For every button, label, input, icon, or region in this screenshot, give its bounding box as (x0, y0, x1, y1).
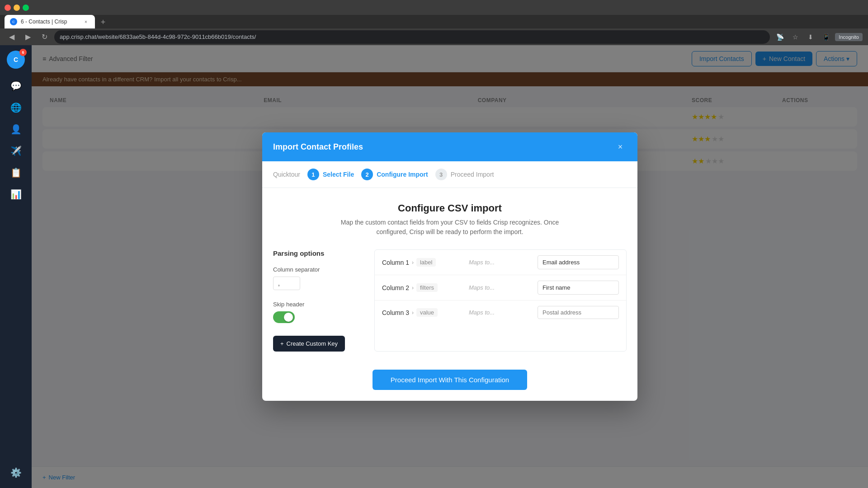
sidebar-item-plugins[interactable]: 📋 (6, 163, 26, 183)
sidebar-item-analytics[interactable]: 📊 (6, 184, 26, 204)
window-controls[interactable] (5, 5, 29, 11)
sidebar-item-campaigns[interactable]: ✈️ (6, 141, 26, 161)
stepper: Quicktour 1 Select File 2 Configure Impo… (262, 161, 637, 188)
window-maximize-button[interactable] (23, 5, 29, 11)
section-desc: Map the custom contact fields from your … (273, 218, 627, 237)
sidebar-item-chat[interactable]: 💬 (6, 76, 26, 96)
create-custom-key-button[interactable]: + Create Custom Key (273, 336, 345, 352)
field-select-1[interactable]: Email address First name Last name Phone… (538, 255, 619, 269)
maps-to-2: Maps to... (469, 284, 532, 291)
browser-titlebar (0, 0, 868, 15)
browser-tab-bar: C 6 - Contacts | Crisp × + (0, 15, 868, 28)
browser-toolbar: ◀ ▶ ↻ app.crisp.chat/website/6833ae5b-84… (0, 28, 868, 45)
main-content: ≡ Advanced Filter Import Contacts + New … (32, 45, 868, 488)
field-select-2[interactable]: First name Email address Last name Phone… (538, 281, 619, 295)
avatar-initials: C (14, 56, 18, 63)
column-separator-input[interactable] (273, 277, 300, 290)
config-layout: Parsing options Column separator Skip he… (273, 249, 627, 352)
step-2-label: Configure Import (377, 171, 428, 178)
sidebar-item-globe[interactable]: 🌐 (6, 98, 26, 117)
skip-header-toggle-row (273, 311, 363, 323)
modal-footer: Proceed Import With This Configuration (262, 362, 637, 401)
tab-close-button[interactable]: × (82, 18, 90, 25)
sidebar: C 6 💬 🌐 👤 ✈️ 📋 📊 ⚙️ (0, 45, 32, 488)
cast-icon[interactable]: 📡 (774, 31, 786, 43)
mapping-row-1: Column 1 › label Maps to... Email addres… (375, 250, 626, 275)
mapping-panel: Column 1 › label Maps to... Email addres… (374, 249, 627, 352)
avatar[interactable]: C 6 (7, 51, 25, 69)
import-modal: Import Contact Profiles × Quicktour 1 Se… (262, 132, 637, 401)
column-1-name: Column 1 › label (382, 258, 463, 267)
sidebar-item-contacts[interactable]: 👤 (6, 119, 26, 139)
create-key-icon: + (280, 340, 284, 347)
column-3-name: Column 3 › value (382, 308, 463, 317)
maps-to-3: Maps to... (469, 309, 532, 316)
create-key-label: Create Custom Key (287, 340, 338, 347)
forward-button[interactable]: ▶ (22, 31, 34, 43)
sidebar-item-settings[interactable]: ⚙️ (6, 463, 26, 483)
field-select-2-wrapper: First name Email address Last name Phone… (538, 281, 619, 295)
step-2-number: 2 (361, 169, 373, 180)
new-tab-button[interactable]: + (97, 16, 109, 28)
back-button[interactable]: ◀ (5, 31, 18, 43)
column-separator-group: Column separator (273, 266, 363, 290)
step-1-label: Select File (323, 171, 354, 178)
app-layout: C 6 💬 🌐 👤 ✈️ 📋 📊 ⚙️ ≡ Advanced Filter Im… (0, 45, 868, 488)
notification-badge: 6 (19, 49, 27, 56)
proceed-button[interactable]: Proceed Import With This Configuration (373, 370, 527, 390)
browser-chrome: C 6 - Contacts | Crisp × + ◀ ▶ ↻ app.cri… (0, 0, 868, 45)
window-minimize-button[interactable] (14, 5, 20, 11)
field-input-3[interactable] (538, 306, 619, 319)
download-icon[interactable]: ⬇ (804, 31, 817, 43)
step-2: 2 Configure Import (361, 169, 428, 180)
mapping-row-3: Column 3 › value Maps to... (375, 300, 626, 324)
section-title: Configure CSV import (273, 202, 627, 214)
modal-title: Import Contact Profiles (273, 142, 363, 152)
skip-header-toggle[interactable] (273, 311, 295, 323)
incognito-badge: Incognito (835, 33, 863, 41)
browser-tab-active[interactable]: C 6 - Contacts | Crisp × (5, 15, 95, 28)
window-close-button[interactable] (5, 5, 11, 11)
tab-favicon: C (10, 18, 17, 25)
quicktour-link[interactable]: Quicktour (273, 171, 300, 178)
left-panel: Parsing options Column separator Skip he… (273, 249, 363, 352)
skip-header-label: Skip header (273, 301, 363, 308)
modal-body: Configure CSV import Map the custom cont… (262, 188, 637, 362)
skip-header-group: Skip header (273, 301, 363, 323)
step-3: 3 Proceed Import (435, 169, 494, 180)
column-2-tag: filters (416, 283, 438, 292)
column-separator-label: Column separator (273, 266, 363, 273)
step-1-number: 1 (307, 169, 319, 180)
parsing-title: Parsing options (273, 249, 363, 257)
toolbar-actions: 📡 ☆ ⬇ 📱 Incognito (774, 31, 863, 43)
arrow-icon: › (412, 285, 414, 291)
toggle-slider[interactable] (273, 311, 295, 323)
column-3-tag: value (416, 308, 438, 317)
step-3-number: 3 (435, 169, 447, 180)
column-1-tag: label (416, 258, 436, 267)
address-bar[interactable]: app.crisp.chat/website/6833ae5b-844d-4c9… (54, 30, 770, 44)
phone-icon[interactable]: 📱 (820, 31, 832, 43)
mapping-row-2: Column 2 › filters Maps to... First name… (375, 275, 626, 300)
step-3-label: Proceed Import (451, 171, 494, 178)
arrow-icon: › (412, 259, 414, 266)
maps-to-1: Maps to... (469, 259, 532, 266)
bookmark-star-icon[interactable]: ☆ (789, 31, 802, 43)
column-2-name: Column 2 › filters (382, 283, 463, 292)
modal-close-button[interactable]: × (614, 141, 627, 153)
tab-title: 6 - Contacts | Crisp (21, 19, 67, 25)
refresh-button[interactable]: ↻ (38, 31, 51, 43)
url-display: app.crisp.chat/website/6833ae5b-844d-4c9… (60, 33, 256, 40)
step-1: 1 Select File (307, 169, 354, 180)
field-select-1-wrapper: Email address First name Last name Phone… (538, 255, 619, 269)
modal-header: Import Contact Profiles × (262, 132, 637, 161)
arrow-icon: › (412, 310, 414, 316)
